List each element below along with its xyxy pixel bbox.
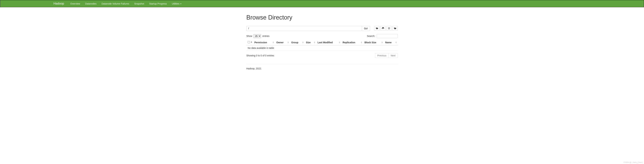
navbar-brand[interactable]: Hadoop bbox=[54, 2, 68, 5]
sort-icon bbox=[382, 42, 383, 43]
nav-datanode-volume-failures[interactable]: Datanode Volume Failures bbox=[102, 2, 129, 5]
th-group[interactable]: Group bbox=[290, 40, 304, 45]
th-permission[interactable]: Permission bbox=[253, 40, 275, 45]
footer-divider bbox=[246, 64, 398, 64]
th-name[interactable]: Name bbox=[384, 40, 398, 45]
next-button[interactable]: Next bbox=[388, 53, 398, 58]
page-header: Browse Directory bbox=[246, 7, 398, 23]
folder-cut-icon bbox=[394, 27, 396, 30]
select-all-checkbox[interactable] bbox=[248, 41, 250, 43]
sort-icon bbox=[339, 42, 340, 43]
sort-icon bbox=[314, 42, 315, 43]
nav-overview[interactable]: Overview bbox=[70, 2, 80, 5]
list-icon bbox=[388, 27, 390, 30]
previous-button[interactable]: Previous bbox=[375, 53, 388, 58]
table-empty-row: No data available in table bbox=[246, 45, 398, 51]
th-checkbox bbox=[246, 40, 253, 45]
upload-button[interactable] bbox=[380, 26, 386, 31]
empty-message: No data available in table bbox=[246, 45, 398, 51]
th-last-modified[interactable]: Last Modified bbox=[316, 40, 341, 45]
table-header-row: Permission Owner Group Size Last Modifie… bbox=[246, 40, 398, 45]
nav-snapshot[interactable]: Snapshot bbox=[134, 2, 144, 5]
nav-utilities[interactable]: Utilities bbox=[172, 2, 181, 5]
page-title: Browse Directory bbox=[246, 14, 398, 21]
new-directory-button[interactable] bbox=[386, 26, 392, 31]
caret-down-icon bbox=[180, 4, 182, 4]
go-button[interactable]: Go! bbox=[362, 26, 370, 31]
th-size[interactable]: Size bbox=[305, 40, 316, 45]
nav-datanodes[interactable]: Datanodes bbox=[85, 2, 96, 5]
th-block-size[interactable]: Block Size bbox=[363, 40, 384, 45]
show-label: Show bbox=[246, 35, 252, 37]
length-select[interactable]: 25 bbox=[254, 34, 261, 38]
toolbar: Go! bbox=[246, 26, 398, 33]
sort-icon bbox=[272, 42, 274, 43]
upload-icon bbox=[382, 27, 384, 30]
table-controls-top: Show 25 entries Search: bbox=[246, 34, 398, 38]
table-info: Showing 0 to 0 of 0 entries bbox=[246, 54, 274, 57]
sort-icon bbox=[288, 42, 289, 43]
path-input[interactable] bbox=[246, 26, 362, 31]
pagination: Previous Next bbox=[375, 53, 398, 58]
search-input[interactable] bbox=[377, 34, 398, 38]
cut-button[interactable] bbox=[392, 26, 398, 31]
main-container: Browse Directory Go! Show bbox=[244, 7, 400, 70]
search-label: Search: bbox=[367, 35, 375, 37]
folder-open-icon bbox=[376, 27, 378, 30]
table-controls-bottom: Showing 0 to 0 of 0 entries Previous Nex… bbox=[246, 53, 398, 58]
entries-label: entries bbox=[262, 35, 270, 37]
sort-icon bbox=[396, 42, 397, 43]
length-control: Show 25 entries bbox=[246, 34, 270, 38]
file-table: Permission Owner Group Size Last Modifie… bbox=[246, 40, 398, 51]
navbar: Hadoop Overview Datanodes Datanode Volum… bbox=[0, 0, 644, 7]
nav-startup-progress[interactable]: Startup Progress bbox=[149, 2, 167, 5]
search-control: Search: bbox=[367, 34, 398, 38]
parent-directory-button[interactable] bbox=[374, 26, 380, 31]
sort-icon bbox=[302, 42, 304, 43]
th-owner[interactable]: Owner bbox=[275, 40, 290, 45]
sort-icon bbox=[361, 42, 362, 43]
footer-text: Hadoop, 2022. bbox=[246, 67, 398, 70]
th-replication[interactable]: Replication bbox=[341, 40, 363, 45]
navbar-nav: Overview Datanodes Datanode Volume Failu… bbox=[68, 0, 184, 7]
toolbar-buttons bbox=[374, 26, 398, 31]
sort-icon bbox=[251, 42, 252, 43]
path-input-group: Go! bbox=[246, 26, 370, 31]
